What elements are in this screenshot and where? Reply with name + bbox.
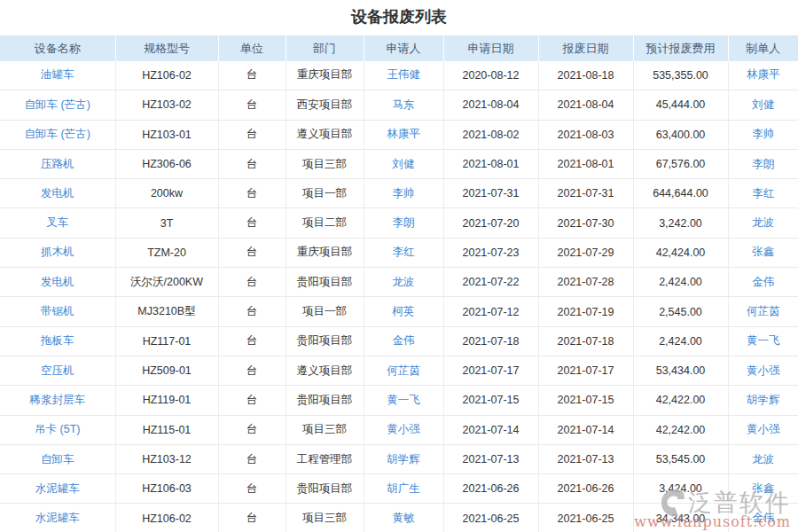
cell-creator[interactable]: 黄小强 (728, 356, 798, 385)
cell-name[interactable]: 发电机 (0, 268, 115, 297)
applicant-link[interactable]: 黄敏 (393, 512, 415, 524)
applicant-link[interactable]: 黄一飞 (387, 394, 420, 406)
cell-name[interactable]: 稀浆封层车 (0, 386, 115, 415)
applicant-link[interactable]: 王伟健 (387, 68, 420, 81)
applicant-link[interactable]: 柯英 (393, 305, 415, 317)
name-link[interactable]: 自卸车 (芒古) (25, 98, 90, 111)
cell-applicant[interactable]: 黄一飞 (364, 386, 443, 415)
creator-link[interactable]: 龙波 (752, 453, 774, 466)
cell-creator[interactable]: 林康平 (728, 61, 798, 90)
creator-link[interactable]: 何芷茵 (747, 305, 780, 317)
cell-applicant[interactable]: 刘健 (364, 149, 443, 178)
cell-name[interactable]: 拖板车 (0, 326, 115, 356)
name-link[interactable]: 油罐车 (41, 68, 74, 81)
name-link[interactable]: 稀浆封层车 (30, 394, 86, 406)
applicant-link[interactable]: 李朗 (393, 216, 415, 229)
name-link[interactable]: 水泥罐车 (35, 482, 80, 495)
cell-creator[interactable]: 黄小强 (728, 415, 798, 444)
creator-link[interactable]: 黄一飞 (747, 334, 780, 347)
applicant-link[interactable]: 胡学辉 (387, 453, 420, 466)
cell-creator[interactable]: 金伟 (728, 504, 798, 532)
name-link[interactable]: 发电机 (41, 276, 74, 288)
cell-creator[interactable]: 李红 (728, 179, 798, 208)
cell-name[interactable]: 水泥罐车 (0, 474, 115, 504)
cell-creator[interactable]: 李朗 (728, 149, 798, 178)
creator-link[interactable]: 李帅 (752, 128, 774, 140)
creator-link[interactable]: 张鑫 (752, 246, 774, 258)
cell-applicant[interactable]: 王伟健 (364, 61, 443, 90)
applicant-link[interactable]: 马东 (393, 98, 415, 111)
cell-name[interactable]: 抓木机 (0, 238, 115, 267)
cell-name[interactable]: 水泥罐车 (0, 504, 115, 532)
applicant-link[interactable]: 龙波 (393, 276, 415, 288)
cell-creator[interactable]: 张鑫 (728, 474, 798, 504)
cell-applicant[interactable]: 胡学辉 (364, 444, 443, 473)
creator-link[interactable]: 李朗 (752, 158, 774, 170)
name-link[interactable]: 拖板车 (41, 334, 74, 347)
cell-scrap_date: 2021-06-25 (538, 504, 633, 532)
cell-applicant[interactable]: 龙波 (364, 268, 443, 297)
creator-link[interactable]: 龙波 (752, 216, 774, 229)
creator-link[interactable]: 黄小强 (747, 423, 780, 435)
creator-link[interactable]: 金伟 (752, 276, 774, 288)
cell-creator[interactable]: 龙波 (728, 208, 798, 238)
name-link[interactable]: 带锯机 (41, 305, 74, 317)
cell-applicant[interactable]: 李帅 (364, 179, 443, 208)
cell-name[interactable]: 吊卡 (5T) (0, 415, 115, 444)
creator-link[interactable]: 刘健 (752, 98, 774, 111)
applicant-link[interactable]: 林康平 (387, 128, 420, 140)
cell-applicant[interactable]: 林康平 (364, 120, 443, 149)
cell-applicant[interactable]: 胡广生 (364, 474, 443, 504)
applicant-link[interactable]: 胡广生 (387, 482, 420, 495)
cell-applicant[interactable]: 金伟 (364, 326, 443, 356)
cell-creator[interactable]: 张鑫 (728, 238, 798, 267)
cell-applicant[interactable]: 柯英 (364, 297, 443, 326)
applicant-link[interactable]: 金伟 (393, 334, 415, 347)
cell-applicant[interactable]: 黄敏 (364, 504, 443, 532)
cell-creator[interactable]: 黄一飞 (728, 326, 798, 356)
creator-link[interactable]: 黄小强 (747, 364, 780, 377)
name-link[interactable]: 发电机 (41, 187, 74, 200)
cell-name[interactable]: 自卸车 (芒古) (0, 90, 115, 120)
cell-unit: 台 (218, 415, 286, 444)
cell-creator[interactable]: 刘健 (728, 90, 798, 120)
cell-creator[interactable]: 龙波 (728, 444, 798, 473)
cell-name[interactable]: 压路机 (0, 149, 115, 178)
cell-name[interactable]: 油罐车 (0, 61, 115, 90)
creator-link[interactable]: 林康平 (747, 68, 780, 81)
cell-name[interactable]: 自卸车 (0, 444, 115, 473)
cell-applicant[interactable]: 何芷茵 (364, 356, 443, 385)
name-link[interactable]: 自卸车 (芒古) (25, 128, 90, 140)
header-row: 设备名称规格型号单位部门申请人申请日期报废日期预计报废费用制单人 (0, 36, 798, 61)
cell-name[interactable]: 自卸车 (芒古) (0, 120, 115, 149)
applicant-link[interactable]: 李帅 (393, 187, 415, 200)
cell-name[interactable]: 叉车 (0, 208, 115, 238)
name-link[interactable]: 自卸车 (41, 453, 74, 466)
cell-name[interactable]: 空压机 (0, 356, 115, 385)
cell-applicant[interactable]: 黄小强 (364, 415, 443, 444)
cell-applicant[interactable]: 李朗 (364, 208, 443, 238)
cell-creator[interactable]: 金伟 (728, 268, 798, 297)
applicant-link[interactable]: 黄小强 (387, 423, 420, 435)
name-link[interactable]: 叉车 (46, 216, 68, 229)
name-link[interactable]: 吊卡 (5T) (35, 423, 80, 435)
name-link[interactable]: 水泥罐车 (35, 512, 80, 524)
cell-name[interactable]: 带锯机 (0, 297, 115, 326)
name-link[interactable]: 压路机 (41, 158, 74, 170)
applicant-link[interactable]: 刘健 (393, 158, 415, 170)
cell-creator[interactable]: 何芷茵 (728, 297, 798, 326)
cell-apply_date: 2021-07-13 (443, 444, 538, 473)
applicant-link[interactable]: 李红 (393, 246, 415, 258)
cell-creator[interactable]: 胡学辉 (728, 386, 798, 415)
cell-creator[interactable]: 李帅 (728, 120, 798, 149)
cell-name[interactable]: 发电机 (0, 179, 115, 208)
cell-applicant[interactable]: 李红 (364, 238, 443, 267)
name-link[interactable]: 空压机 (41, 364, 74, 377)
applicant-link[interactable]: 何芷茵 (387, 364, 420, 377)
cell-applicant[interactable]: 马东 (364, 90, 443, 120)
creator-link[interactable]: 胡学辉 (747, 394, 780, 406)
name-link[interactable]: 抓木机 (41, 246, 74, 258)
creator-link[interactable]: 金伟 (752, 512, 774, 524)
creator-link[interactable]: 李红 (752, 187, 774, 200)
creator-link[interactable]: 张鑫 (752, 482, 774, 495)
